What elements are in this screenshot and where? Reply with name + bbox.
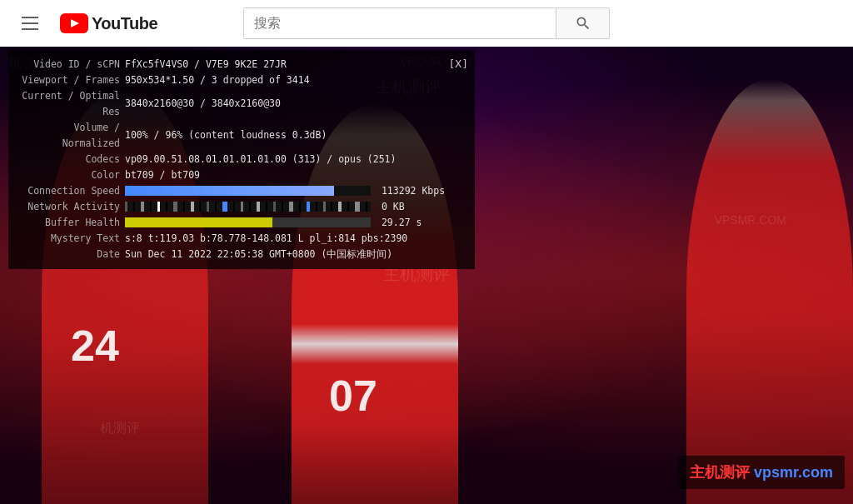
bottom-badge-red-text: 主机测评 <box>690 464 750 481</box>
stats-value-color: bt709 / bt709 <box>125 167 466 183</box>
youtube-logo-icon <box>60 13 88 33</box>
stats-panel: [X] Video ID / sCPN FfXc5fV4VS0 / V7E9 9… <box>8 50 475 269</box>
stats-value-connection-speed: 113292 Kbps <box>125 183 466 199</box>
youtube-logo[interactable]: YouTube <box>60 13 157 33</box>
video-area[interactable]: 24 07 机 测 评 VPSMR.COM 主机测评 主机测评 VPSMR.CO… <box>0 47 853 504</box>
stats-close-button[interactable]: [X] <box>449 55 468 72</box>
bottom-badge-blue-text: vpsmr.com <box>754 464 833 481</box>
connection-speed-bar <box>125 186 371 196</box>
buffer-health-text: 29.27 s <box>382 217 422 228</box>
stats-row-viewport: Viewport / Frames 950x534*1.50 / 3 dropp… <box>17 72 466 88</box>
stats-value-network-activity: 0 KB <box>125 199 466 215</box>
stats-row-connection-speed: Connection Speed 113292 Kbps <box>17 183 466 199</box>
stats-row-date: Date Sun Dec 11 2022 22:05:38 GMT+0800 (… <box>17 247 466 262</box>
search-container <box>243 7 610 39</box>
buffer-health-bar <box>125 217 371 227</box>
bottom-watermark-badge: 主机测评 vpsmr.com <box>678 456 845 489</box>
connection-speed-bar-fill <box>125 186 334 196</box>
stats-label-buffer-health: Buffer Health <box>17 215 125 231</box>
jersey-number-24: 24 <box>71 321 119 371</box>
stats-value-mystery-text: s:8 t:119.03 b:78.778-148.081 L pl_i:814… <box>125 231 466 247</box>
stats-label-video-id: Video ID / sCPN <box>17 57 125 72</box>
stats-label-date: Date <box>17 247 125 262</box>
stats-row-res: Current / OptimalRes 3840x2160@30 / 3840… <box>17 88 466 120</box>
network-activity-text: 0 KB <box>382 201 405 212</box>
stats-label-connection-speed: Connection Speed <box>17 183 125 199</box>
stats-label-network-activity: Network Activity <box>17 199 125 215</box>
youtube-header: YouTube <box>0 0 853 47</box>
connection-speed-text: 113292 Kbps <box>382 185 445 197</box>
stats-value-buffer-health: 29.27 s <box>125 215 466 231</box>
stats-label-color: Color <box>17 167 125 183</box>
stats-label-res: Current / OptimalRes <box>17 88 125 120</box>
stats-row-network-activity: Network Activity <box>17 199 466 215</box>
stats-value-date: Sun Dec 11 2022 22:05:38 GMT+0800 (中国标准时… <box>125 247 466 262</box>
stats-row-buffer-health: Buffer Health 29.27 s <box>17 215 466 231</box>
search-input-wrapper <box>243 7 556 39</box>
stats-value-res: 3840x2160@30 / 3840x2160@30 <box>125 96 466 112</box>
stats-label-mystery-text: Mystery Text <box>17 231 125 247</box>
bottom-badge-text: 主机测评 vpsmr.com <box>690 464 833 481</box>
youtube-logo-text: YouTube <box>92 14 157 33</box>
stats-value-volume: 100% / 96% (content loudness 0.3dB) <box>125 127 466 143</box>
search-icon <box>575 15 591 32</box>
search-input[interactable] <box>244 8 556 38</box>
stats-value-codecs: vp09.00.51.08.01.01.01.01.00 (313) / opu… <box>125 152 466 167</box>
menu-button[interactable] <box>13 7 47 40</box>
search-button[interactable] <box>556 7 610 39</box>
stats-row-color: Color bt709 / bt709 <box>17 167 466 183</box>
stats-value-viewport: 950x534*1.50 / 3 dropped of 3414 <box>125 72 466 88</box>
stats-row-volume: Volume /Normalized 100% / 96% (content l… <box>17 120 466 152</box>
buffer-health-bar-fill <box>125 217 272 227</box>
stats-row-video-id: Video ID / sCPN FfXc5fV4VS0 / V7E9 9K2E … <box>17 57 466 72</box>
stats-label-volume: Volume /Normalized <box>17 120 125 152</box>
network-activity-bar <box>125 202 371 212</box>
performer-right <box>686 79 853 504</box>
stats-row-mystery-text: Mystery Text s:8 t:119.03 b:78.778-148.0… <box>17 231 466 247</box>
stats-row-codecs: Codecs vp09.00.51.08.01.01.01.01.00 (313… <box>17 152 466 167</box>
stats-label-viewport: Viewport / Frames <box>17 72 125 88</box>
stats-value-video-id: FfXc5fV4VS0 / V7E9 9K2E 27JR <box>125 57 466 72</box>
jersey-number-07: 07 <box>329 371 377 421</box>
stats-label-codecs: Codecs <box>17 152 125 167</box>
